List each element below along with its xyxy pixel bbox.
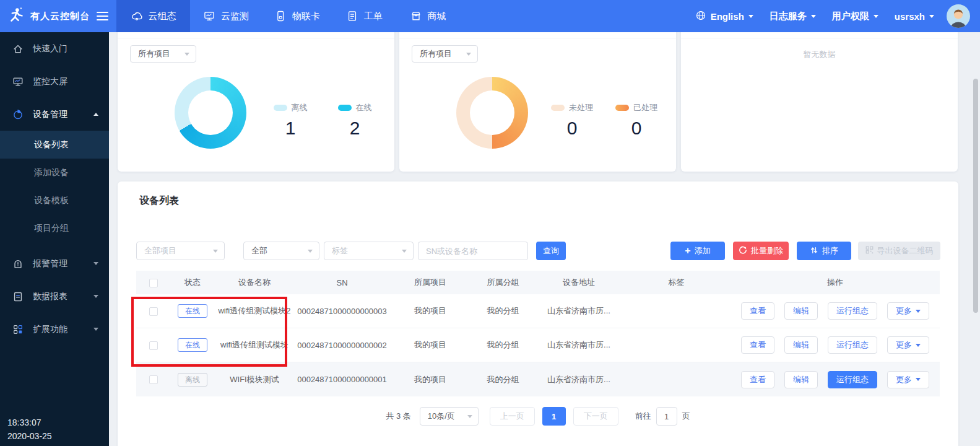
sidebar-item-quick-start[interactable]: 快速入门 [0, 32, 109, 65]
chevron-down-icon [467, 415, 472, 418]
sidebar-item-alarm-mgmt[interactable]: 报警管理 [0, 247, 109, 280]
project-select[interactable]: 全部项目 [136, 242, 225, 260]
card-divider [118, 38, 394, 38]
legend-online: 在线 2 [327, 102, 383, 139]
status-select[interactable]: 全部 [243, 242, 319, 260]
tab-mall[interactable]: 商城 [396, 0, 460, 32]
vertical-scrollbar[interactable] [973, 79, 978, 313]
sidebar-item-device-mgmt[interactable]: 设备管理 [0, 98, 109, 131]
row-checkbox[interactable] [149, 307, 158, 316]
device-table: 状态 设备名称 SN 所属项目 所属分组 设备地址 标签 操作 在线 wifi透… [136, 271, 940, 396]
sidebar-clock: 18:33:07 2020-03-25 [7, 416, 52, 443]
chevron-down-icon [929, 15, 934, 18]
device-status-card: 所有项目 离线 1 在线 2 [118, 32, 394, 172]
view-button[interactable]: 查看 [741, 371, 774, 388]
edit-button[interactable]: 编辑 [784, 371, 818, 388]
view-button[interactable]: 查看 [741, 336, 774, 354]
table-row: 在线 wifi透传组测试模块 00024871000000000002 我的项目… [136, 328, 940, 362]
online-count: 2 [327, 118, 383, 139]
row-checkbox[interactable] [149, 375, 158, 384]
goto-page-input[interactable] [656, 407, 677, 426]
search-button[interactable]: 查询 [536, 242, 566, 260]
language-menu[interactable]: English [695, 10, 753, 23]
chevron-down-icon [184, 53, 189, 56]
device-address: 山东省济南市历... [536, 374, 622, 385]
page-unit-label: 页 [682, 411, 690, 422]
processed-count: 0 [609, 118, 664, 139]
sidebar-item-add-device[interactable]: 添加设备 [0, 159, 109, 186]
qr-code-icon [865, 246, 874, 256]
batch-delete-icon [739, 246, 747, 256]
device-sn: 00024871000000000001 [294, 375, 390, 384]
avatar[interactable] [947, 4, 970, 28]
chevron-down-icon [916, 310, 921, 313]
username-menu[interactable]: usrsxh [895, 11, 934, 22]
prev-page-button[interactable]: 上一页 [490, 407, 535, 426]
sidebar-item-project-group[interactable]: 项目分组 [0, 214, 109, 242]
tab-cloud-monitor[interactable]: 云监测 [190, 0, 262, 32]
monitor-icon [203, 10, 215, 22]
offline-swatch [274, 105, 287, 111]
app-title: 有人云控制台 [30, 11, 90, 22]
clock-date: 2020-03-25 [7, 429, 52, 443]
top-nav: 云组态 云监测 物联卡 工单 [116, 0, 460, 32]
edit-button[interactable]: 编辑 [784, 302, 818, 320]
device-name: wifi透传组测试模块 [215, 339, 294, 351]
total-count: 共 3 条 [386, 411, 410, 422]
chevron-down-icon [811, 15, 816, 18]
top-bar: 有人云控制台 云组态 云监测 物联卡 [0, 0, 980, 32]
sidebar-item-device-list[interactable]: 设备列表 [0, 131, 109, 159]
project-filter-select[interactable]: 所有项目 [412, 45, 478, 63]
more-button[interactable]: 更多 [887, 336, 929, 354]
alarm-status-card: 所有项目 未处理 0 已处理 0 [399, 32, 676, 172]
sidebar-item-device-template[interactable]: 设备模板 [0, 186, 109, 214]
home-icon [12, 43, 24, 55]
project-filter-select[interactable]: 所有项目 [130, 45, 196, 63]
row-checkbox[interactable] [149, 341, 158, 350]
batch-delete-button[interactable]: 批量删除 [733, 242, 789, 260]
legend-processed: 已处理 0 [609, 102, 664, 139]
plus-icon: + [685, 246, 690, 256]
device-project: 我的项目 [390, 374, 470, 385]
export-qr-button[interactable]: 导出设备二维码 [858, 242, 940, 260]
device-sn: 00024871000000000002 [294, 341, 390, 350]
page-size-select[interactable]: 10条/页 [420, 407, 479, 426]
menu-collapse-icon[interactable] [97, 10, 108, 23]
more-button[interactable]: 更多 [887, 302, 929, 320]
store-icon [410, 10, 422, 22]
log-service-menu[interactable]: 日志服务 [770, 11, 816, 22]
user-permission-menu[interactable]: 用户权限 [832, 11, 878, 22]
next-page-button[interactable]: 下一页 [573, 407, 618, 426]
view-button[interactable]: 查看 [741, 302, 774, 320]
chevron-down-icon [93, 295, 98, 298]
current-page-button[interactable]: 1 [542, 407, 566, 426]
tab-iot-card[interactable]: 物联卡 [262, 0, 332, 32]
top-right-menus: English 日志服务 用户权限 usrsxh [679, 0, 970, 32]
tab-cloud-scada[interactable]: 云组态 [116, 0, 190, 32]
edit-button[interactable]: 编辑 [784, 336, 818, 354]
status-badge: 在线 [178, 304, 207, 318]
app-screen: 有人云控制台 云组态 云监测 物联卡 [0, 0, 980, 446]
sort-button[interactable]: 排序 [797, 242, 851, 260]
chevron-up-icon [93, 113, 98, 116]
sidebar-item-data-report[interactable]: 数据报表 [0, 280, 109, 313]
unprocessed-count: 0 [544, 118, 600, 139]
tag-select[interactable]: 标签 [324, 242, 414, 260]
add-device-button[interactable]: + 添加 [670, 242, 725, 260]
clock-time: 18:33:07 [7, 416, 52, 429]
device-submenu: 设备列表 添加设备 设备模板 项目分组 [0, 131, 109, 242]
search-input[interactable] [418, 242, 528, 260]
run-scada-button[interactable]: 运行组态 [828, 302, 877, 320]
device-project: 我的项目 [390, 305, 470, 317]
big-screen-icon [12, 76, 24, 87]
panel-title: 设备列表 [139, 195, 179, 208]
sidebar-item-extensions[interactable]: 扩展功能 [0, 313, 109, 346]
select-all-checkbox[interactable] [149, 279, 158, 287]
run-scada-button[interactable]: 运行组态 [828, 336, 877, 354]
sidebar-item-monitor-screen[interactable]: 监控大屏 [0, 65, 109, 98]
chevron-down-icon [308, 250, 313, 253]
tab-work-order[interactable]: 工单 [332, 0, 396, 32]
more-button[interactable]: 更多 [887, 371, 929, 388]
run-scada-button[interactable]: 运行组态 [828, 371, 877, 388]
chevron-down-icon [466, 53, 471, 56]
